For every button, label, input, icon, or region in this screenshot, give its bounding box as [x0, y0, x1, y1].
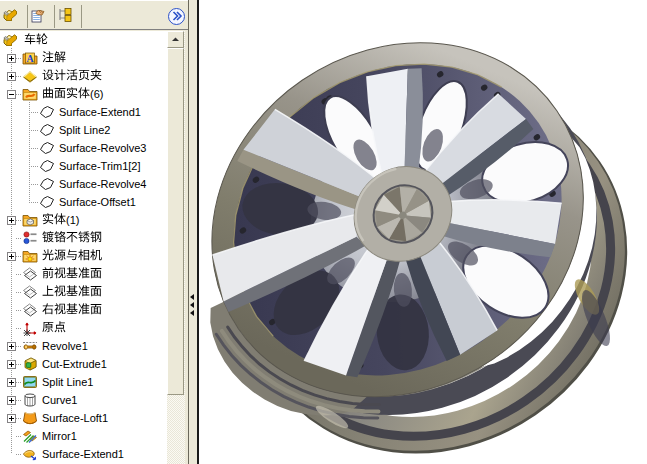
- svg-text:A: A: [26, 53, 34, 64]
